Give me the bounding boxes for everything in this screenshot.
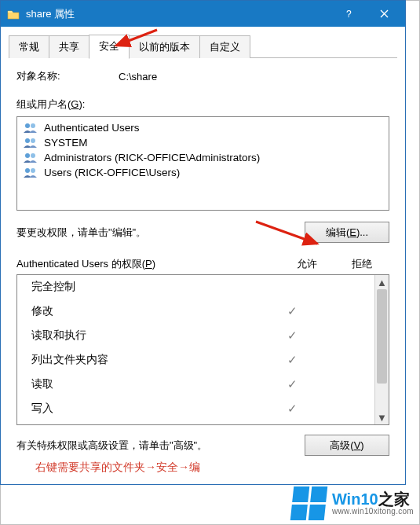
allow-check-icon: ✓ xyxy=(265,353,320,367)
close-button[interactable] xyxy=(367,3,402,25)
watermark-brand: Win10之家 xyxy=(332,491,414,508)
help-button[interactable]: ? xyxy=(331,3,367,25)
permissions-header: Authenticated Users 的权限(P) 允许 拒绝 xyxy=(16,257,389,271)
advanced-hint: 有关特殊权限或高级设置，请单击"高级"。 xyxy=(16,439,207,453)
users-icon xyxy=(22,122,39,134)
table-row[interactable]: 修改✓ xyxy=(17,299,374,324)
advanced-row: 有关特殊权限或高级设置，请单击"高级"。 高级(V) xyxy=(16,435,389,456)
svg-text:?: ? xyxy=(346,9,352,19)
table-row[interactable]: 读取✓ xyxy=(17,373,374,397)
advanced-button[interactable]: 高级(V) xyxy=(305,435,389,456)
permission-name: 读取 xyxy=(31,377,265,391)
tab-label: 以前的版本 xyxy=(139,41,190,53)
table-row[interactable]: 列出文件夹内容✓ xyxy=(17,348,374,373)
scrollbar[interactable]: ▲ ▼ xyxy=(374,275,389,424)
tab-label: 自定义 xyxy=(210,41,240,53)
permission-name: 修改 xyxy=(31,304,265,318)
scroll-up-icon[interactable]: ▲ xyxy=(375,275,389,289)
svg-point-8 xyxy=(31,168,35,173)
tab-sharing[interactable]: 共享 xyxy=(49,35,89,58)
allow-check-icon: ✓ xyxy=(265,402,320,416)
list-item[interactable]: SYSTEM xyxy=(22,135,384,150)
users-icon xyxy=(22,152,39,163)
watermark-url: www.win10xitong.com xyxy=(332,508,414,516)
col-deny: 拒绝 xyxy=(334,257,389,271)
properties-window: share 属性 ? 常规 共享 安全 以前的版本 自定义 对象名称: C:\s… xyxy=(0,0,406,485)
users-icon xyxy=(22,167,39,178)
svg-point-7 xyxy=(25,168,30,173)
list-item[interactable]: Authenticated Users xyxy=(22,120,384,135)
table-row[interactable]: 完全控制 xyxy=(17,275,374,299)
object-name-row: 对象名称: C:\share xyxy=(16,69,389,83)
permissions-table: 完全控制修改✓读取和执行✓列出文件夹内容✓读取✓写入✓ ▲ ▼ xyxy=(16,274,389,425)
users-icon xyxy=(22,137,39,149)
user-list[interactable]: Authenticated Users SYSTEM Administrator… xyxy=(16,116,389,211)
svg-point-5 xyxy=(25,153,30,158)
group-users-label: 组或用户名(G): xyxy=(16,97,389,112)
allow-check-icon: ✓ xyxy=(265,304,320,318)
edit-button[interactable]: 编辑(E)... xyxy=(305,222,389,243)
list-item-label: SYSTEM xyxy=(44,137,88,149)
svg-point-2 xyxy=(31,123,35,128)
permission-name: 列出文件夹内容 xyxy=(31,353,265,367)
list-item-label: Administrators (RICK-OFFICE\Administrato… xyxy=(44,152,260,163)
svg-point-6 xyxy=(31,153,35,158)
table-row[interactable]: 读取和执行✓ xyxy=(17,324,374,348)
permission-name: 写入 xyxy=(31,402,265,416)
svg-point-1 xyxy=(25,123,30,128)
tab-label: 常规 xyxy=(19,41,39,53)
tab-customize[interactable]: 自定义 xyxy=(199,35,250,58)
permission-name: 完全控制 xyxy=(31,280,265,294)
list-item[interactable]: Administrators (RICK-OFFICE\Administrato… xyxy=(22,150,384,165)
object-name-value: C:\share xyxy=(119,71,157,83)
svg-point-3 xyxy=(25,138,30,143)
edit-hint: 要更改权限，请单击"编辑"。 xyxy=(16,226,146,240)
permission-name: 读取和执行 xyxy=(31,329,265,343)
security-pane: 对象名称: C:\share 组或用户名(G): Authenticated U… xyxy=(1,58,405,484)
tab-label: 共享 xyxy=(59,41,79,53)
window-title: share 属性 xyxy=(26,7,331,21)
svg-point-4 xyxy=(31,138,35,143)
scroll-down-icon[interactable]: ▼ xyxy=(375,410,389,424)
allow-check-icon: ✓ xyxy=(265,329,320,343)
scroll-thumb[interactable] xyxy=(377,289,387,384)
col-allow: 允许 xyxy=(279,257,334,271)
list-item-label: Users (RICK-OFFICE\Users) xyxy=(44,167,180,178)
annotation-text: 右键需要共享的文件夹→安全→编 xyxy=(16,456,389,475)
edit-row: 要更改权限，请单击"编辑"。 编辑(E)... xyxy=(16,222,389,243)
watermark: Win10之家 www.win10xitong.com xyxy=(289,485,417,522)
tab-previous-versions[interactable]: 以前的版本 xyxy=(129,35,200,58)
folder-icon xyxy=(7,9,20,20)
allow-check-icon: ✓ xyxy=(265,377,320,391)
table-row[interactable]: 写入✓ xyxy=(17,397,374,421)
tab-label: 安全 xyxy=(99,40,119,52)
tab-general[interactable]: 常规 xyxy=(9,35,49,58)
object-name-label: 对象名称: xyxy=(16,69,119,83)
titlebar: share 属性 ? xyxy=(1,1,405,27)
list-item[interactable]: Users (RICK-OFFICE\Users) xyxy=(22,165,384,180)
tab-security[interactable]: 安全 xyxy=(89,35,130,59)
list-item-label: Authenticated Users xyxy=(44,122,140,134)
tab-strip: 常规 共享 安全 以前的版本 自定义 xyxy=(1,27,405,58)
windows-logo-icon xyxy=(290,486,328,520)
